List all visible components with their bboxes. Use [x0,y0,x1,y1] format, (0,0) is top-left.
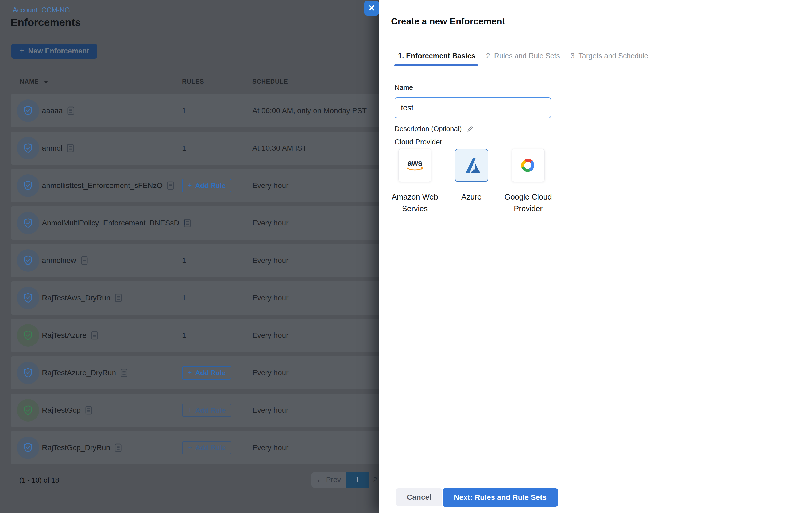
modal-overlay[interactable] [0,0,379,513]
azure-logo [461,155,482,176]
cloud-provider-options: aws Amazon Web Servies Azure Google Clou… [398,149,545,182]
cancel-button[interactable]: Cancel [396,488,442,506]
tab-3[interactable]: 3. Targets and Schedule [571,46,648,65]
cloud-provider-card-azure[interactable]: Azure [455,149,488,182]
tab-2[interactable]: 2. Rules and Rule Sets [486,46,560,65]
description-label: Description (Optional) [395,125,462,133]
name-label: Name [395,83,413,92]
cloud-provider-card-gcp[interactable]: Google Cloud Provider [512,149,545,182]
edit-description-pencil-icon[interactable] [466,125,474,133]
tab-1[interactable]: 1. Enforcement Basics [398,46,475,65]
gcp-logo [519,157,537,174]
create-enforcement-drawer: ✕ Create a new Enforcement 1. Enforcemen… [379,0,812,513]
next-button[interactable]: Next: Rules and Rule Sets [443,488,558,507]
aws-logo: aws [407,159,422,167]
cloud-provider-card-label: Google Cloud Provider [495,191,561,215]
close-icon[interactable]: ✕ [364,1,379,16]
drawer-footer: Cancel Next: Rules and Rule Sets [379,488,812,507]
drawer-title: Create a new Enforcement [391,16,505,26]
name-input[interactable] [395,97,551,118]
wizard-tabs: 1. Enforcement Basics2. Rules and Rule S… [379,46,812,66]
cloud-provider-label: Cloud Provider [395,138,442,146]
cloud-provider-card-aws[interactable]: aws Amazon Web Servies [398,149,431,182]
